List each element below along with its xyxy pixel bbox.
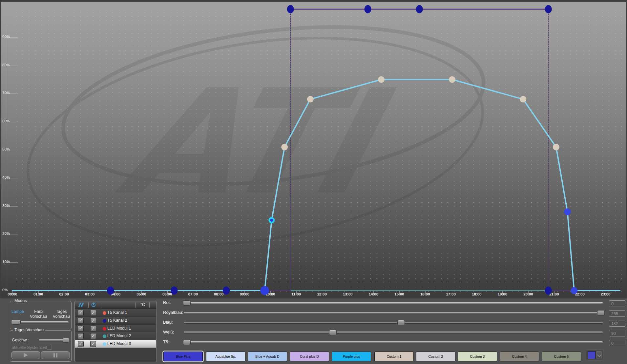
color-dropdown-button[interactable] bbox=[596, 351, 602, 358]
tab-tages-vorschau[interactable]: TagesVorschau bbox=[53, 309, 70, 319]
channel-color-dot bbox=[103, 319, 106, 323]
chart-point-beige[interactable] bbox=[449, 76, 455, 83]
slider-label: Rot: bbox=[163, 300, 171, 305]
channel-visible-checkbox[interactable]: ✓ bbox=[78, 318, 84, 324]
channel-row[interactable]: ✓✓T5 Kanal 2 bbox=[75, 317, 156, 325]
channel-color-dot bbox=[103, 342, 106, 346]
chart-point-royal[interactable] bbox=[571, 287, 577, 294]
slider-thumb-weiß[interactable] bbox=[329, 330, 337, 335]
preset-button-custom-3[interactable]: Custom 3 bbox=[458, 352, 497, 361]
chart-point-ring[interactable] bbox=[269, 218, 274, 223]
preset-button-custom-1[interactable]: Custom 1 bbox=[374, 352, 414, 361]
channel-row[interactable]: ✓✓LED Modul 3 bbox=[75, 340, 156, 348]
channel-row[interactable]: ✓✓LED Modul 2 bbox=[75, 332, 156, 340]
speed-label: Geschw.: bbox=[12, 338, 29, 342]
slider-label: Weiß: bbox=[163, 330, 174, 334]
channel-color-dot bbox=[103, 311, 106, 315]
slider-value-t5[interactable]: 0 bbox=[609, 340, 625, 346]
chart-point-navy[interactable] bbox=[545, 287, 552, 295]
chart-point-royal[interactable] bbox=[564, 208, 571, 215]
chart-point-beige[interactable] bbox=[281, 144, 288, 150]
tages-vorschau-panel: Tages Vorschau Geschw.: aktuelle Systemz… bbox=[10, 330, 72, 362]
curve-editor-icon[interactable] bbox=[78, 302, 84, 308]
channel-name: T5 Kanal 2 bbox=[107, 318, 127, 323]
channel-visible-checkbox[interactable]: ✓ bbox=[78, 310, 84, 316]
chart-point-navy[interactable] bbox=[545, 5, 552, 13]
chevron-down-icon bbox=[597, 353, 601, 357]
tab-farb-vorschau[interactable]: FarbVorschau bbox=[30, 309, 47, 319]
chart-point-royal_big[interactable] bbox=[260, 286, 269, 295]
channel-visible-checkbox[interactable]: ✓ bbox=[78, 333, 84, 339]
preset-button-blue-plus[interactable]: Blue Plus bbox=[163, 352, 203, 361]
channel-list: °C ✓✓T5 Kanal 1✓✓T5 Kanal 2✓✓LED Modul 1… bbox=[74, 301, 157, 362]
control-bar: Modus LampeFarbVorschauTagesVorschau Tag… bbox=[0, 298, 627, 364]
slider-track-royalblau[interactable] bbox=[184, 312, 603, 313]
channel-enabled-checkbox[interactable]: ✓ bbox=[90, 310, 96, 316]
preset-button-custom-2[interactable]: Custom 2 bbox=[416, 352, 455, 361]
channel-enabled-checkbox[interactable]: ✓ bbox=[90, 333, 96, 339]
chart-point-beige[interactable] bbox=[520, 96, 526, 103]
watermark-text: ATI bbox=[106, 58, 405, 226]
timeline-chart[interactable]: 90%80%70%60%50%40%30%20%10%0% 00:0001:00… bbox=[1, 2, 626, 298]
preset-button-blue-aquab-d[interactable]: Blue + Aquab D bbox=[248, 352, 287, 361]
chart-canvas[interactable]: ATI bbox=[1, 2, 626, 298]
pause-icon bbox=[53, 353, 55, 357]
pause-button[interactable] bbox=[41, 351, 70, 359]
slider-value-blau[interactable]: 132 bbox=[609, 320, 625, 327]
color-picker bbox=[586, 349, 603, 361]
slider-track-weiß[interactable] bbox=[184, 332, 603, 333]
preset-button-custom-4[interactable]: Custom 4 bbox=[500, 352, 539, 361]
channel-visible-checkbox[interactable]: ✓ bbox=[78, 326, 84, 332]
slider-thumb-rot[interactable] bbox=[183, 300, 191, 306]
tab-lampe[interactable]: Lampe bbox=[11, 309, 24, 319]
play-button[interactable] bbox=[11, 351, 40, 359]
system-time-label: aktuelle Systemzeit bbox=[12, 345, 47, 350]
preset-button-aquablue-sp-[interactable]: Aquablue Sp. bbox=[206, 352, 245, 361]
chart-point-navy[interactable] bbox=[365, 5, 371, 13]
channel-visible-checkbox[interactable]: ✓ bbox=[78, 341, 84, 347]
slider-label: Blau: bbox=[163, 320, 173, 325]
channel-enabled-checkbox[interactable]: ✓ bbox=[90, 341, 96, 347]
modus-panel: Modus LampeFarbVorschauTagesVorschau bbox=[10, 301, 72, 329]
channel-name: LED Modul 1 bbox=[107, 326, 131, 331]
preset-button-custom-5[interactable]: Custom 5 bbox=[542, 352, 581, 361]
chart-point-beige[interactable] bbox=[307, 96, 314, 103]
lighting-controller-window: 90%80%70%60%50%40%30%20%10%0% 00:0001:00… bbox=[0, 0, 627, 364]
slider-track-blau[interactable] bbox=[184, 322, 603, 323]
preset-button-purple-plus[interactable]: Purple plus bbox=[332, 352, 371, 361]
slider-track-t5[interactable] bbox=[184, 341, 603, 343]
slider-label: T5: bbox=[163, 339, 169, 344]
slider-value-royalblau[interactable]: 255 bbox=[609, 310, 625, 317]
slider-thumb-blau[interactable] bbox=[397, 320, 405, 325]
speed-slider-thumb[interactable] bbox=[63, 338, 69, 343]
channel-row[interactable]: ✓✓LED Modul 1 bbox=[75, 325, 156, 333]
channel-color-dot bbox=[103, 334, 106, 338]
tages-vorschau-title: Tages Vorschau bbox=[13, 328, 45, 332]
slider-thumb-royalblau[interactable] bbox=[597, 310, 605, 315]
modus-slider-thumb[interactable] bbox=[11, 320, 21, 325]
chart-point-beige[interactable] bbox=[553, 144, 559, 150]
slider-value-rot[interactable]: 0 bbox=[609, 300, 625, 307]
slider-track-rot[interactable] bbox=[184, 302, 603, 304]
channel-list-header: °C bbox=[75, 301, 157, 309]
system-time-checkbox[interactable] bbox=[47, 345, 52, 350]
chart-point-navy[interactable] bbox=[416, 5, 423, 13]
channel-enabled-checkbox[interactable]: ✓ bbox=[90, 326, 96, 332]
chart-point-navy[interactable] bbox=[287, 5, 294, 13]
channel-enabled-checkbox[interactable]: ✓ bbox=[90, 318, 96, 324]
preset-button-coral-plus-d[interactable]: Coral plus D bbox=[290, 352, 329, 361]
channel-name: LED Modul 3 bbox=[107, 341, 131, 346]
channel-row[interactable]: ✓✓T5 Kanal 1 bbox=[75, 309, 156, 317]
slider-label: Royalblau: bbox=[163, 310, 183, 315]
slider-value-weiß[interactable]: 90 bbox=[609, 330, 625, 336]
current-color-swatch[interactable] bbox=[588, 351, 596, 359]
chart-point-navy[interactable] bbox=[223, 287, 230, 295]
channel-name: T5 Kanal 1 bbox=[107, 310, 127, 315]
power-icon[interactable] bbox=[91, 302, 96, 308]
chart-point-beige[interactable] bbox=[378, 76, 385, 83]
ati-watermark: ATI bbox=[13, 6, 498, 275]
modus-title: Modus bbox=[13, 298, 29, 303]
chart-point-navy[interactable] bbox=[171, 287, 178, 295]
slider-thumb-t5[interactable] bbox=[183, 340, 191, 345]
chart-point-navy[interactable] bbox=[107, 287, 114, 295]
